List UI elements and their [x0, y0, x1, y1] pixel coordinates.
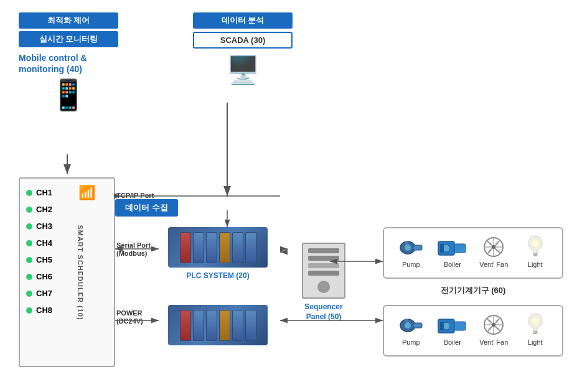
svg-point-11	[492, 245, 495, 249]
svg-point-17	[405, 322, 411, 329]
ch5-label: CH5	[36, 255, 52, 264]
scada-label: SCADA (30)	[193, 32, 293, 49]
plc2-slot-red	[180, 310, 191, 341]
pump-item-lower: Pump	[391, 314, 431, 346]
ch4-label: CH4	[36, 238, 52, 248]
plc-slot-4	[245, 232, 256, 263]
ch7-item: CH7	[26, 289, 108, 298]
sequencer-section: Sequencer Panel (50)	[286, 243, 361, 322]
scada-icon: 🖥️	[193, 54, 293, 86]
pump-label-upper: Pump	[391, 261, 431, 268]
pump-icon-lower	[398, 314, 423, 336]
plc-slot-2	[206, 232, 217, 263]
scheduler-inner: CH1 CH2 CH3 CH4 CH5 CH6	[20, 179, 114, 332]
realtime-label: 실시간 모니터링	[19, 31, 118, 47]
scheduler-box: 📶 CH1 CH2 CH3 CH4 CH5	[19, 177, 115, 367]
ch7-dot	[26, 291, 32, 297]
seq-row-1	[308, 248, 339, 253]
ch2-label: CH2	[36, 205, 52, 214]
light-label-lower: Light	[515, 338, 555, 346]
plc-slot-1	[193, 232, 204, 263]
scada-section: 데이터 분석 SCADA (30) 🖥️	[193, 12, 293, 86]
optimize-label: 최적화 제어	[19, 12, 118, 29]
svg-rect-1	[413, 245, 422, 250]
mobile-title: Mobile control & monitoring (40)	[19, 52, 118, 75]
boiler-label-lower: Boiler	[432, 338, 472, 346]
ch1-dot	[26, 190, 32, 196]
svg-point-26	[492, 323, 495, 327]
equip-row-upper: Pump Boiler	[390, 235, 556, 268]
equipment-section-lower: Pump Boiler	[383, 305, 563, 363]
light-item-lower: Light	[515, 312, 555, 346]
phone-icon: 📱	[19, 78, 118, 113]
fan-label-lower: Vent' Fan	[474, 338, 514, 346]
boiler-item-upper: Boiler	[432, 236, 472, 268]
ch3-label: CH3	[36, 222, 52, 231]
ch6-label: CH6	[36, 272, 52, 281]
plc-image-1	[168, 227, 268, 268]
svg-rect-27	[533, 331, 538, 333]
svg-rect-12	[533, 253, 538, 255]
plc-slot-3	[232, 232, 243, 263]
equip-title: 전기기계기구 (60)	[383, 285, 563, 296]
light-icon-lower	[527, 312, 544, 336]
ch8-item: CH8	[26, 306, 108, 315]
plc2-slot-1	[193, 310, 204, 341]
svg-point-29	[532, 318, 538, 324]
data-analysis-label: 데이터 분석	[193, 12, 293, 29]
light-label-upper: Light	[515, 261, 555, 268]
fan-item-lower: Vent' Fan	[474, 314, 514, 346]
fan-item-upper: Vent' Fan	[474, 236, 514, 268]
ch7-label: CH7	[36, 289, 52, 298]
ch2-item: CH2	[26, 205, 108, 214]
power-spec-label: (DC24V)	[116, 317, 143, 325]
tcp-ip-label: TCP/IP Port	[116, 192, 154, 199]
ch3-dot	[26, 223, 32, 230]
svg-point-14	[532, 240, 538, 246]
ch4-item: CH4	[26, 238, 108, 248]
ch6-dot	[26, 274, 32, 280]
ch1-item: CH1	[26, 188, 108, 197]
fan-label-upper: Vent' Fan	[474, 261, 514, 268]
seq-knob	[317, 281, 330, 293]
ch8-dot	[26, 307, 32, 314]
boiler-icon-upper	[437, 236, 468, 258]
svg-rect-28	[533, 333, 537, 334]
sequencer-image	[302, 243, 345, 299]
mobile-section: 최적화 제어 실시간 모니터링 Mobile control & monitor…	[19, 12, 118, 113]
equip-box-lower: Pump Boiler	[383, 305, 563, 357]
plc2-slot-orange	[219, 310, 230, 341]
modbus-label: (Modbus)	[116, 250, 147, 257]
pump-label-lower: Pump	[391, 338, 431, 346]
pump-item-upper: Pump	[391, 236, 431, 268]
plc-slots-2	[177, 307, 260, 344]
svg-rect-5	[454, 244, 466, 253]
plc-section-1: PLC SYSTEM (20)	[159, 227, 277, 280]
svg-rect-16	[413, 323, 422, 328]
svg-rect-18	[405, 319, 408, 322]
ch5-dot	[26, 257, 32, 263]
main-diagram: 최적화 제어 실시간 모니터링 Mobile control & monitor…	[0, 0, 577, 392]
ch2-dot	[26, 207, 32, 213]
svg-point-2	[405, 245, 411, 251]
svg-rect-13	[533, 255, 537, 256]
seq-row-3	[308, 263, 339, 268]
ch3-item: CH3	[26, 222, 108, 231]
boiler-icon-lower	[437, 314, 468, 336]
plc-slot-orange	[219, 232, 230, 263]
equip-row-lower: Pump Boiler	[390, 312, 556, 346]
plc-section-2	[159, 305, 277, 345]
plc2-slot-4	[245, 310, 256, 341]
plc-slot-red	[180, 232, 191, 263]
light-icon-upper	[527, 235, 544, 258]
mobile-labels: 최적화 제어 실시간 모니터링	[19, 12, 118, 47]
svg-rect-7	[440, 244, 444, 253]
svg-rect-22	[440, 322, 444, 330]
plc-label-1: PLC SYSTEM (20)	[159, 271, 277, 280]
fan-icon-upper	[483, 236, 505, 258]
sequencer-label: Sequencer Panel (50)	[286, 302, 361, 322]
serial-port-label: Serial Port	[116, 241, 151, 249]
svg-rect-3	[405, 241, 408, 245]
light-item-upper: Light	[515, 235, 555, 268]
plc-image-2	[168, 305, 268, 345]
